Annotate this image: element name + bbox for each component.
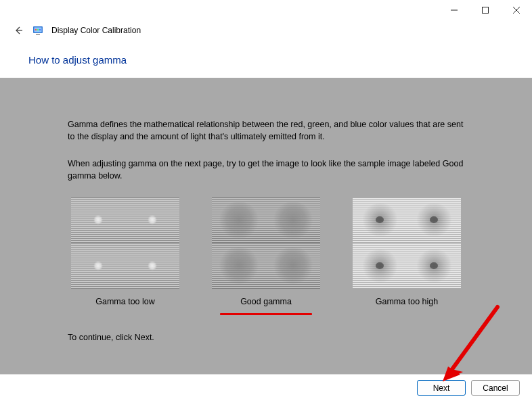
- gamma-high-image: [353, 197, 461, 289]
- sample-gamma-good: Good gamma: [212, 197, 320, 308]
- back-button[interactable]: [12, 24, 24, 37]
- svg-point-10: [39, 29, 41, 31]
- continue-instruction: To continue, click Next.: [68, 331, 464, 344]
- next-button[interactable]: Next: [417, 380, 466, 396]
- app-title: Display Color Calibration: [51, 26, 141, 35]
- svg-point-9: [37, 29, 39, 31]
- sample-gamma-low: Gamma too low: [71, 197, 179, 308]
- svg-rect-1: [483, 7, 489, 14]
- description-paragraph-2: When adjusting gamma on the next page, t…: [68, 158, 464, 182]
- cancel-button[interactable]: Cancel: [471, 380, 520, 396]
- svg-rect-7: [36, 34, 40, 35]
- gamma-samples: Gamma too low Good gamma Gamma too high: [71, 197, 461, 308]
- app-icon: [32, 25, 43, 36]
- window-controls: [439, 0, 532, 20]
- maximize-button[interactable]: [470, 0, 501, 20]
- header: Display Color Calibration How to adjust …: [0, 20, 532, 78]
- svg-point-8: [35, 29, 37, 31]
- footer: Next Cancel: [0, 374, 532, 401]
- gamma-low-label: Gamma too low: [71, 296, 179, 308]
- close-button[interactable]: [501, 0, 532, 20]
- sample-gamma-high: Gamma too high: [353, 197, 461, 308]
- gamma-good-label: Good gamma: [212, 296, 320, 308]
- page-title: How to adjust gamma: [28, 54, 520, 66]
- minimize-button[interactable]: [439, 0, 470, 20]
- gamma-high-label: Gamma too high: [353, 296, 461, 308]
- title-bar: [0, 0, 532, 20]
- content-area: Gamma defines the mathematical relations…: [0, 78, 532, 374]
- gamma-good-image: [212, 197, 320, 289]
- description-paragraph-1: Gamma defines the mathematical relations…: [68, 118, 464, 143]
- gamma-low-image: [71, 197, 179, 289]
